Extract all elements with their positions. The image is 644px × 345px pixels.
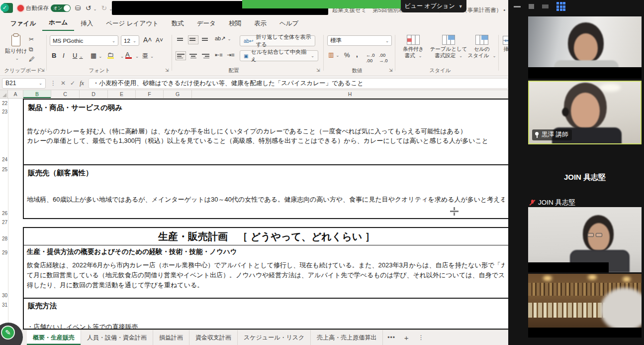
cell-plan-title[interactable]: 生産・販売計画 ［ どうやって、どれくらい ］ (28, 230, 505, 243)
dialog-launcher-icon[interactable]: ⇲ (41, 68, 45, 73)
column-header[interactable]: E (108, 90, 136, 98)
gallery-view-icon[interactable] (556, 2, 565, 11)
row-header[interactable]: 25 (0, 167, 7, 172)
orientation-button[interactable]: ab↗⌄ (215, 35, 231, 42)
tab-home[interactable]: ホーム (42, 16, 74, 31)
tab-data[interactable]: データ (190, 17, 222, 31)
fill-color-button[interactable]: 🗀 (107, 51, 114, 59)
column-header[interactable]: B (23, 90, 51, 98)
tab-review[interactable]: 校閲 (222, 17, 248, 31)
window-icon[interactable] (542, 4, 549, 8)
more-sheets-icon[interactable]: ••• (383, 330, 400, 345)
sheet-tab-profit[interactable]: 損益計画 (153, 330, 189, 345)
row-header[interactable]: 22 (0, 101, 7, 106)
cell-method-line3[interactable]: 得したり、月に数回の営業活動を通じて学びを重ねている。 (27, 281, 504, 290)
participant-video[interactable] (528, 274, 642, 338)
window-icon[interactable] (529, 4, 534, 9)
borders-button[interactable]: ▦⌄ (91, 52, 102, 59)
align-top-button[interactable] (177, 37, 184, 43)
align-center-button[interactable] (189, 53, 197, 59)
enter-icon[interactable]: ✓ (70, 80, 75, 87)
column-header[interactable]: G (164, 90, 192, 98)
dialog-launcher-icon[interactable]: ⇲ (165, 68, 169, 73)
format-painter-icon[interactable]: 🖉 (29, 56, 35, 63)
decrease-indent-button[interactable]: ⇤≡ (215, 52, 223, 58)
row-header[interactable]: 23 (0, 109, 7, 115)
merge-center-button[interactable]: ▣ セルを結合して中央揃え ⌄ (240, 50, 318, 61)
cell-styles-button[interactable]: セルの スタイル ⌄ (467, 35, 496, 59)
insert-function-icon[interactable]: fx (80, 80, 84, 87)
cell-customer-body[interactable]: 地域柄、60歳以上が多い地域ではあるが、メインターゲットは30～40代の女性であ… (27, 195, 504, 204)
decrease-decimal-button[interactable]: .00→.0 (379, 52, 387, 63)
select-all-button[interactable] (0, 90, 8, 98)
accounting-format-button[interactable]: ▥⌄ (328, 51, 339, 58)
tab-help[interactable]: ヘルプ (273, 17, 305, 31)
cell-sales-title[interactable]: 販売方法 (28, 301, 57, 311)
align-left-button[interactable] (177, 53, 184, 59)
view-options-button[interactable]: ビュー オプション ▼ (401, 0, 466, 12)
cell-method-line2[interactable]: て月に数回営業している（地元飲食店の間借り営業やイベント出店）。ノウハウや経営方… (27, 271, 504, 280)
font-size-select[interactable]: 12⌄ (121, 35, 139, 46)
align-middle-button[interactable] (189, 37, 197, 43)
increase-indent-button[interactable]: ⇥≡ (227, 52, 235, 58)
column-header[interactable]: F (136, 90, 164, 98)
row-header[interactable]: 29 (0, 250, 7, 255)
conditional-formatting-button[interactable]: 条件付き 書式 ⌄ (397, 35, 430, 59)
tab-view[interactable]: 表示 (248, 17, 273, 31)
increase-decimal-button[interactable]: ←.0.00 (366, 52, 374, 63)
dialog-launcher-icon[interactable]: ⇲ (316, 68, 320, 73)
copy-icon[interactable]: ⧉ (29, 46, 33, 53)
sheet-tab-sales[interactable]: 売上高・売上原価算出 (311, 330, 383, 345)
cell-weakness-line1[interactable]: 昔ながらのカレーを好む人（特に高齢層）は、なかなか手を出しにくいタイプのカレーで… (27, 127, 504, 136)
column-header[interactable]: H (192, 90, 508, 98)
autosave-toggle[interactable]: 自動保存 オン (17, 4, 71, 12)
row-header[interactable]: 27 (0, 220, 7, 225)
font-color-button[interactable]: A (125, 51, 132, 59)
sheet-tab-cashflow[interactable]: 資金収支計画 (189, 330, 238, 345)
participant-video[interactable] (528, 16, 642, 79)
worksheet[interactable]: 22 23 24 25 26 27 28 29 30 31 製品・商品・サービス… (0, 99, 508, 330)
percent-style-button[interactable]: % (344, 51, 350, 59)
participant-video[interactable] (528, 207, 642, 272)
format-as-table-button[interactable]: テーブルとして 書式設定 ⌄ (430, 35, 467, 59)
bold-button[interactable]: B (52, 52, 56, 59)
participant-video-speaker[interactable]: 黒澤 講師 (528, 81, 642, 144)
row-header[interactable]: 26 (0, 211, 7, 216)
column-header[interactable]: A (8, 90, 23, 98)
formula-input[interactable]: ・小麦粉不使用、砂糖はできるだけ使わない等、健康を配慮した「スパイスカレー」であ… (89, 78, 508, 89)
tab-insert[interactable]: 挿入 (74, 17, 99, 31)
column-header[interactable]: D (80, 90, 108, 98)
row-header[interactable]: 31 (0, 302, 7, 308)
autosave-switch[interactable]: オン (51, 4, 71, 12)
cut-icon[interactable]: ✂ (29, 36, 34, 43)
phonetic-guide-button[interactable]: 亜⌄ (142, 52, 154, 60)
more-icon[interactable]: ⋮ (50, 80, 56, 87)
name-box[interactable]: B21⌄ (2, 78, 46, 89)
cell-sales-item[interactable]: ・店舗ないしイベント等での直接販売 (27, 323, 504, 330)
cancel-icon[interactable]: ✕ (61, 80, 66, 87)
wrap-text-button[interactable]: ab↩ 折り返して全体を表示する (240, 35, 315, 46)
cell-customer-title[interactable]: 販売先（顧客属性） (28, 168, 93, 178)
participant-name-video-off[interactable]: JOIN 具志堅 (528, 173, 642, 182)
dialog-launcher-icon[interactable]: ⇲ (389, 68, 393, 73)
new-sheet-button[interactable]: + (400, 330, 414, 345)
tab-formulas[interactable]: 数式 (165, 17, 190, 31)
align-bottom-button[interactable] (202, 37, 209, 43)
cell-weakness-line2[interactable]: カレーの単価として、最低でも1,300円（税込）以上を見ていること（高級感、特別… (27, 136, 504, 145)
shrink-font-button[interactable]: A˅ (156, 37, 163, 44)
cell-method-line1[interactable]: 飲食店経験は、2022年6月から市内カレー店（ホール業務中心）でアルバイトとして… (27, 261, 504, 270)
underline-button[interactable]: U⌄ (73, 52, 83, 59)
grow-font-button[interactable]: A˄ (143, 36, 152, 44)
row-header[interactable]: 24 (0, 157, 7, 162)
sheet-tab-overview[interactable]: 概要・生産販売 (27, 330, 81, 345)
comma-style-button[interactable]: , (356, 51, 358, 58)
save-button[interactable]: ⛁ (75, 4, 81, 12)
row-header[interactable]: 28 (0, 236, 7, 241)
column-header[interactable]: C (51, 90, 80, 98)
italic-button[interactable]: I (63, 52, 65, 59)
sheet-tab-schedule[interactable]: スケジュール・リスク (238, 330, 311, 345)
redo-button[interactable]: ↻⌄ (101, 4, 113, 12)
kebab-icon[interactable]: ⋮ (414, 330, 429, 345)
paste-button[interactable]: 貼り付け ⌄ (5, 35, 27, 61)
undo-button[interactable]: ↺⌄ (86, 4, 97, 12)
